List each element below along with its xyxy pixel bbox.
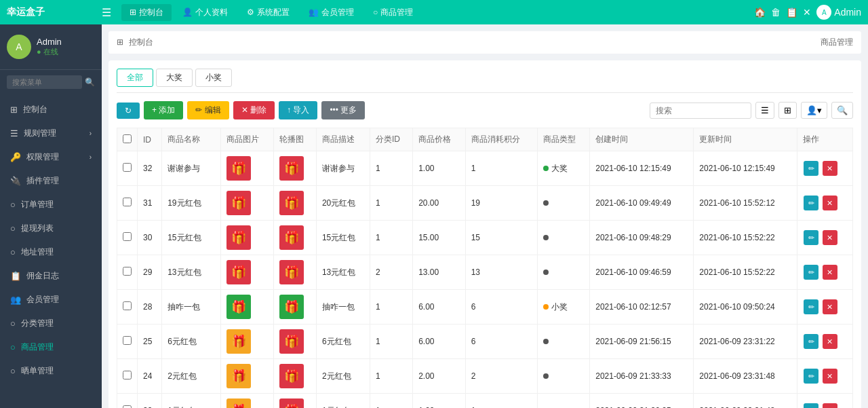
edit-row-button[interactable]: ✏: [804, 403, 818, 408]
sidebar: A Admin ● 在线 🔍 ⊞ 控制台 ☰ 规则管理 › 🔑 权限管理 › 🔌…: [0, 24, 102, 408]
row-checkbox[interactable]: [123, 232, 132, 241]
delete-row-button[interactable]: ✕: [823, 265, 837, 280]
more-button[interactable]: ••• 更多: [321, 101, 365, 119]
sidebar-item-products-mgmt[interactable]: ○ 商品管理: [0, 335, 102, 359]
tab-all[interactable]: 全部: [117, 69, 153, 87]
sidebar-item-rules[interactable]: ☰ 规则管理 ›: [0, 122, 102, 145]
delete-button[interactable]: ✕ 删除: [233, 101, 275, 119]
edit-row-button[interactable]: ✏: [804, 196, 818, 210]
column-settings-button[interactable]: 👤▾: [801, 102, 827, 119]
row-carousel: 🎁: [273, 151, 316, 186]
nav-item-profile[interactable]: 👤 个人资料: [174, 4, 236, 21]
header-name: 商品名称: [162, 128, 221, 151]
search-input[interactable]: [7, 75, 82, 89]
filter-button[interactable]: 🔍: [831, 102, 853, 119]
table-row: 23 1元红包 🎁 🎁 1元红包 1 1.00 1 2021-06-09 21:…: [117, 394, 853, 409]
home-icon[interactable]: 🏠: [754, 7, 766, 18]
sidebar-item-address[interactable]: ○ 地址管理: [0, 240, 102, 264]
edit-row-button[interactable]: ✏: [804, 230, 818, 245]
sidebar-item-categories[interactable]: ○ 分类管理: [0, 312, 102, 335]
row-img: 🎁: [221, 255, 273, 290]
row-img: 🎁: [221, 151, 273, 186]
carousel-image: 🎁: [279, 398, 304, 408]
table-row: 30 15元红包 🎁 🎁 15元红包 1 15.00 15 2021-06-10…: [117, 221, 853, 255]
search-icon[interactable]: 🔍: [85, 77, 95, 87]
sidebar-item-permissions[interactable]: 🔑 权限管理 ›: [0, 145, 102, 169]
row-id: 24: [138, 359, 162, 394]
product-image: 🎁: [226, 364, 251, 388]
list-view-button[interactable]: ☰: [755, 102, 774, 119]
nav-item-members[interactable]: 👥 会员管理: [300, 4, 362, 21]
header-action: 操作: [797, 128, 853, 151]
edit-row-button[interactable]: ✏: [804, 334, 818, 349]
nav-item-products[interactable]: ○ 商品管理: [365, 4, 421, 21]
sidebar-user-block: A Admin ● 在线: [0, 24, 102, 70]
nav-item-console[interactable]: ⊞ 控制台: [121, 4, 172, 21]
delete-row-button[interactable]: ✕: [823, 196, 837, 210]
sidebar-item-orders[interactable]: ○ 订单管理: [0, 193, 102, 217]
clipboard-icon[interactable]: 📋: [786, 7, 797, 18]
delete-row-button[interactable]: ✕: [823, 299, 837, 314]
dot-icon: [543, 235, 549, 240]
row-checkbox[interactable]: [123, 267, 132, 276]
row-price: 13.00: [413, 255, 465, 290]
row-updated: 2021-06-10 09:50:24: [694, 290, 797, 324]
row-price: 2.00: [413, 359, 465, 394]
app-logo: 幸运盒子: [7, 6, 88, 18]
products-mgmt-icon: ○: [10, 342, 16, 352]
sidebar-item-showcase[interactable]: ○ 晒单管理: [0, 359, 102, 383]
product-image: 🎁: [226, 260, 251, 284]
row-checkbox[interactable]: [123, 371, 132, 379]
edit-row-button[interactable]: ✏: [804, 265, 818, 280]
row-checkbox[interactable]: [123, 163, 132, 172]
row-checkbox[interactable]: [123, 198, 132, 206]
menu-toggle-icon[interactable]: ☰: [102, 6, 111, 19]
edit-button[interactable]: ✏ 编辑: [187, 101, 229, 119]
table-search-input[interactable]: [650, 103, 751, 119]
select-all-checkbox[interactable]: [123, 134, 132, 143]
row-checkbox[interactable]: [123, 405, 132, 408]
tab-small-prize[interactable]: 小奖: [195, 69, 232, 87]
delete-row-button[interactable]: ✕: [823, 230, 837, 245]
edit-row-button[interactable]: ✏: [804, 369, 818, 384]
chevron-right-icon: ›: [90, 130, 92, 137]
user-info[interactable]: A Admin: [816, 5, 861, 20]
rules-icon: ☰: [10, 128, 18, 138]
row-actions: ✏ ✕: [797, 151, 853, 186]
import-button[interactable]: ↑ 导入: [279, 101, 317, 119]
row-type: 小奖: [537, 290, 589, 324]
address-icon: ○: [10, 247, 16, 257]
row-updated: 2021-06-09 23:31:22: [694, 324, 797, 359]
delete-row-button[interactable]: ✕: [823, 161, 837, 176]
carousel-image: 🎁: [279, 191, 304, 215]
refresh-button[interactable]: ↻: [117, 103, 140, 119]
nav-item-system[interactable]: ⚙ 系统配置: [239, 4, 298, 21]
row-checkbox[interactable]: [123, 336, 132, 345]
header-price: 商品价格: [413, 128, 465, 151]
table-row: 28 抽咋一包 🎁 🎁 抽咋一包 1 6.00 6 小奖 2021-06-10 …: [117, 290, 853, 324]
trash-icon[interactable]: 🗑: [771, 7, 781, 18]
row-updated: 2021-06-10 12:15:49: [694, 151, 797, 186]
sidebar-item-withdrawals[interactable]: ○ 提现列表: [0, 217, 102, 240]
edit-row-button[interactable]: ✏: [804, 299, 818, 314]
row-checkbox-cell: [117, 324, 138, 359]
sidebar-item-console[interactable]: ⊞ 控制台: [0, 98, 102, 122]
sidebar-item-commission[interactable]: 📋 佣金日志: [0, 264, 102, 288]
delete-row-button[interactable]: ✕: [823, 403, 837, 408]
product-image: 🎁: [226, 329, 251, 354]
grid-view-button[interactable]: ⊞: [778, 102, 797, 119]
row-price: 6.00: [413, 290, 465, 324]
delete-row-button[interactable]: ✕: [823, 334, 837, 349]
top-navigation: 幸运盒子 ☰ ⊞ 控制台 👤 个人资料 ⚙ 系统配置 👥 会员管理 ○ 商品管理…: [0, 0, 868, 24]
tab-big-prize[interactable]: 大奖: [156, 69, 193, 87]
add-button[interactable]: + 添加: [144, 101, 183, 119]
filter-tabs: 全部 大奖 小奖: [117, 69, 853, 93]
row-checkbox[interactable]: [123, 301, 132, 310]
table-row: 29 13元红包 🎁 🎁 13元红包 2 13.00 13 2021-06-10…: [117, 255, 853, 290]
close-icon[interactable]: ✕: [803, 7, 811, 18]
delete-row-button[interactable]: ✕: [823, 369, 837, 384]
row-updated: 2021-06-09 23:31:48: [694, 394, 797, 409]
edit-row-button[interactable]: ✏: [804, 161, 818, 176]
sidebar-item-members-mgmt[interactable]: 👥 会员管理: [0, 288, 102, 312]
sidebar-item-plugins[interactable]: 🔌 插件管理: [0, 169, 102, 193]
